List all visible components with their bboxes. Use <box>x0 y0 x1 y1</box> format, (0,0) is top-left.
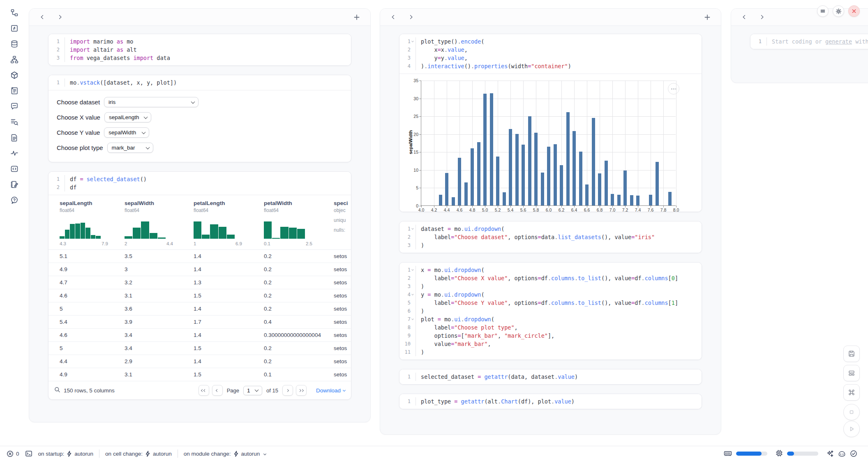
bar <box>515 134 519 205</box>
add-column-button[interactable] <box>351 12 362 23</box>
run-button[interactable] <box>843 421 860 437</box>
tracer-icon[interactable] <box>7 149 21 158</box>
notebook-edit-icon[interactable] <box>7 180 21 189</box>
column-header[interactable]: petalWidth <box>264 200 328 206</box>
code-editor[interactable]: 1plot_type = getattr(alt.Chart(df), plot… <box>399 394 702 409</box>
bolt-icon <box>67 451 72 457</box>
terminal-button[interactable] <box>25 450 32 457</box>
connection-status-button[interactable] <box>850 450 857 457</box>
add-column-button[interactable] <box>702 12 713 23</box>
ai-sparkles-button[interactable] <box>826 450 834 457</box>
bar <box>452 197 455 205</box>
scratchpad-icon[interactable] <box>7 164 21 173</box>
code-editor[interactable]: 1selected_dataset = getattr(data, datase… <box>399 369 702 384</box>
table-cell: 0.1 <box>264 371 334 378</box>
code-line: 4).interactive().properties(width="conta… <box>399 62 702 70</box>
column-petalWidth: petalWidthfloat640.12.5 <box>264 200 334 249</box>
table-cell: 3.9 <box>125 319 194 325</box>
code-line: 3) <box>399 241 702 249</box>
logs-icon[interactable] <box>7 118 21 127</box>
dropdown-choose-dataset[interactable]: iris <box>104 97 199 107</box>
dropdown-row: Choose datasetiris <box>57 97 343 107</box>
documentation-icon[interactable] <box>7 133 21 142</box>
table-cell: setos <box>334 253 351 259</box>
first-page-button[interactable] <box>199 385 209 396</box>
code-editor[interactable]: 1Start coding or generate with AI <box>750 34 868 49</box>
code-line: 1dataset = mo.ui.dropdown( <box>399 225 702 233</box>
chart-output[interactable]: 051015202530354.04.24.44.64.85.05.25.45.… <box>399 74 702 212</box>
code-editor[interactable]: 1df = selected_dataset()2df <box>48 172 351 195</box>
layout-button[interactable] <box>843 365 860 381</box>
table-row: 4.93.11.50.1setos <box>48 368 351 381</box>
dropdown-label: Choose Y value <box>57 129 100 136</box>
close-button[interactable] <box>848 5 860 17</box>
snippets-icon[interactable] <box>7 86 21 95</box>
column-header[interactable]: sepalWidth <box>125 200 188 206</box>
help-icon[interactable] <box>7 196 21 205</box>
column-header[interactable]: speci <box>334 200 345 206</box>
on-module-change-setting[interactable]: on module change: autorun <box>184 451 266 457</box>
cell-vstack: 1mo.vstack([dataset, x, y, plot]) Choose… <box>48 75 351 162</box>
scroll-left-icon[interactable] <box>739 12 750 23</box>
code-editor[interactable]: 1mo.vstack([dataset, x, y, plot]) <box>48 75 351 90</box>
bar <box>541 173 544 205</box>
dependency-graph-icon[interactable] <box>7 55 21 64</box>
copilot-button[interactable] <box>838 450 846 457</box>
table-cell: 4.9 <box>60 371 125 378</box>
marimo-file-icon[interactable] <box>7 24 21 33</box>
dropdown-choose-x-value[interactable]: sepalLength <box>104 112 151 122</box>
dropdown-choose-plot-type[interactable]: mark_bar <box>107 143 153 153</box>
ai-chat-icon[interactable] <box>7 102 21 111</box>
scroll-left-icon[interactable] <box>37 12 48 23</box>
table-cell: setos <box>334 319 351 325</box>
table-cell: 4.4 <box>60 358 125 364</box>
right-tabstrip <box>731 9 868 26</box>
next-page-button[interactable] <box>282 385 293 396</box>
datasources-icon[interactable] <box>7 39 21 48</box>
download-button[interactable]: Download <box>316 387 345 394</box>
on-startup-setting[interactable]: on startup: autorun <box>38 451 94 457</box>
code-editor[interactable]: 1dataset = mo.ui.dropdown(2 label="Choos… <box>399 221 702 253</box>
errors-indicator[interactable]: 0 <box>7 450 19 457</box>
column-sepalWidth: sepalWidthfloat6424.4 <box>125 200 194 249</box>
menu-button[interactable] <box>817 5 829 17</box>
stop-button[interactable] <box>843 404 860 420</box>
code-editor[interactable]: 1import marimo as mo2import altair as al… <box>48 34 351 65</box>
table-cell: 1.4 <box>194 358 264 364</box>
prev-page-button[interactable] <box>212 385 223 396</box>
packages-icon[interactable] <box>7 71 21 80</box>
code-editor[interactable]: 1plot_type().encode(2 x=x.value,3 y=y.va… <box>399 34 702 74</box>
bar <box>560 165 563 205</box>
column-header[interactable]: petalLength <box>194 200 258 206</box>
table-cell: 2.9 <box>125 358 194 364</box>
table-footer: 150 rows, 5 columns Page 1 of 15 Downloa… <box>48 381 351 399</box>
last-page-button[interactable] <box>296 385 307 396</box>
table-cell: 4.7 <box>60 279 125 286</box>
dataframe-table: sepalLengthfloat644.37.9sepalWidthfloat6… <box>48 195 351 381</box>
scroll-right-icon[interactable] <box>54 12 65 23</box>
dropdown-row: Choose X valuesepalLength <box>57 112 343 122</box>
scroll-left-icon[interactable] <box>388 12 399 23</box>
code-editor[interactable]: 1x = mo.ui.dropdown(2 label="Choose X va… <box>399 263 702 360</box>
table-cell: 1.5 <box>194 293 264 299</box>
code-line: 1plot_type().encode( <box>399 37 702 46</box>
scroll-right-icon[interactable] <box>756 12 766 23</box>
table-cell: 1.3 <box>194 279 264 286</box>
settings-gear-button[interactable] <box>833 5 844 17</box>
scroll-right-icon[interactable] <box>405 12 416 23</box>
page-select[interactable]: 1 <box>243 386 262 395</box>
save-button[interactable] <box>843 346 860 362</box>
bar <box>630 195 633 205</box>
bar <box>547 147 550 205</box>
dropdown-choose-y-value[interactable]: sepalWidth <box>104 127 149 138</box>
column-header[interactable]: sepalLength <box>60 200 119 206</box>
on-cell-change-setting[interactable]: on cell change: autorun <box>105 451 172 457</box>
table-cell: 1.4 <box>194 306 264 312</box>
file-explorer-icon[interactable] <box>7 8 21 17</box>
command-palette-button[interactable] <box>843 384 860 401</box>
table-cell: 3 <box>125 266 194 272</box>
search-icon[interactable] <box>54 387 60 394</box>
code-line: 7plot = mo.ui.dropdown( <box>399 315 702 323</box>
code-line: 2df <box>48 183 351 191</box>
bar <box>617 195 621 205</box>
